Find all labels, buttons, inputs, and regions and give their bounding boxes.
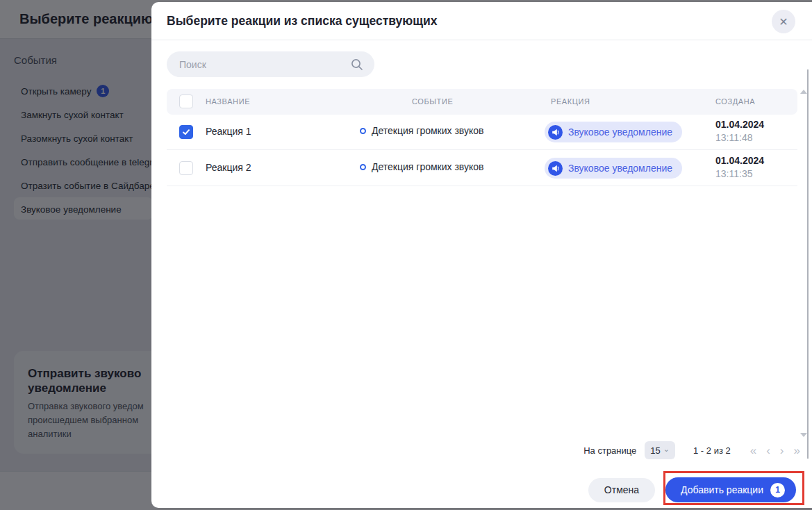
select-reactions-modal: Выберите реакции из списка существующих … <box>151 2 812 508</box>
modal-header: Выберите реакции из списка существующих … <box>151 2 812 40</box>
event-cell: Детекция громких звуков <box>360 161 483 172</box>
last-page-icon[interactable]: » <box>794 445 799 456</box>
search-input[interactable] <box>167 59 351 70</box>
created-time: 13:11:48 <box>715 132 752 143</box>
column-header-event: СОБЫТИЕ <box>412 97 453 106</box>
event-ring-icon <box>360 164 366 170</box>
created-time: 13:11:35 <box>715 168 752 179</box>
modal-title: Выберите реакции из списка существующих <box>167 14 438 28</box>
scrollbar-down-icon[interactable] <box>800 433 807 437</box>
table-header: НАЗВАНИЕ СОБЫТИЕ РЕАКЦИЯ СОЗДАНА <box>167 89 797 115</box>
created-date: 01.04.2024 <box>715 119 764 130</box>
created-date: 01.04.2024 <box>715 155 764 166</box>
search-icon[interactable] <box>351 58 363 71</box>
pagination-bar: На странице 15 ⌄ 1 - 2 из 2 « ‹ › » <box>583 440 799 461</box>
column-header-reaction: РЕАКЦИЯ <box>551 97 590 106</box>
selected-count-badge: 1 <box>770 483 785 497</box>
event-ring-icon <box>360 128 366 134</box>
row-checkbox[interactable] <box>179 161 193 175</box>
table-row[interactable]: Реакция 2 Детекция громких звуков Звуков… <box>167 150 797 186</box>
cancel-button[interactable]: Отмена <box>588 478 655 502</box>
close-icon: ✕ <box>779 15 788 28</box>
chevron-down-icon: ⌄ <box>663 445 670 452</box>
reaction-tag: Звуковое уведомление <box>545 122 682 142</box>
reaction-tag-label: Звуковое уведомление <box>568 126 672 138</box>
prev-page-icon[interactable]: ‹ <box>766 445 769 456</box>
reaction-tag-label: Звуковое уведомление <box>568 163 672 174</box>
scrollbar-track[interactable] <box>807 69 809 459</box>
close-button[interactable]: ✕ <box>772 10 795 33</box>
search-field <box>167 51 374 77</box>
speaker-icon <box>548 125 563 140</box>
row-checkbox[interactable] <box>179 125 193 139</box>
pagination-range: 1 - 2 из 2 <box>693 445 731 456</box>
select-all-checkbox[interactable] <box>179 94 193 108</box>
pagination-arrows: « ‹ › » <box>750 445 799 456</box>
per-page-select[interactable]: 15 ⌄ <box>645 441 675 459</box>
table-row[interactable]: Реакция 1 Детекция громких звуков Звуков… <box>167 114 797 150</box>
event-cell: Детекция громких звуков <box>360 125 483 136</box>
reaction-name: Реакция 2 <box>206 162 251 173</box>
column-header-created: СОЗДАНА <box>715 97 755 106</box>
speaker-icon <box>548 161 563 176</box>
add-reactions-button[interactable]: Добавить реакции 1 <box>665 477 796 502</box>
event-label: Детекция громких звуков <box>372 161 483 172</box>
reaction-name: Реакция 1 <box>206 126 251 137</box>
add-reactions-label: Добавить реакции <box>681 484 763 495</box>
event-label: Детекция громких звуков <box>372 125 483 136</box>
column-header-name: НАЗВАНИЕ <box>206 97 250 106</box>
first-page-icon[interactable]: « <box>750 445 755 456</box>
scrollbar-up-icon[interactable] <box>800 90 807 94</box>
per-page-label: На странице <box>583 445 636 456</box>
next-page-icon[interactable]: › <box>780 445 783 456</box>
per-page-value: 15 <box>650 445 660 456</box>
reaction-tag: Звуковое уведомление <box>545 158 682 179</box>
modal-footer-buttons: Отмена Добавить реакции 1 <box>588 477 796 502</box>
